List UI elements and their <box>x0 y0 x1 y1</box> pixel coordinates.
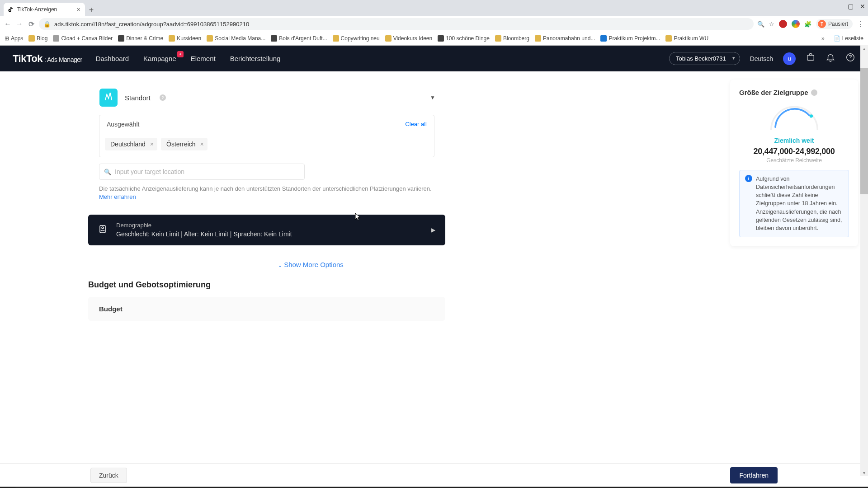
location-search-input[interactable] <box>115 168 300 175</box>
tiktok-favicon-icon <box>8 6 14 13</box>
tab-strip: TikTok-Anzeigen × + — ▢ ✕ <box>0 0 868 16</box>
continue-button[interactable]: Fortfahren <box>730 467 778 483</box>
logo-sub-text: Ads Manager <box>44 56 82 63</box>
user-avatar[interactable]: u <box>783 52 796 65</box>
help-icon[interactable] <box>845 52 855 65</box>
bookmark-item[interactable]: Social Media Mana... <box>207 35 265 42</box>
budget-section-heading: Budget und Gebotsoptimierung <box>88 280 730 290</box>
chip-remove-icon[interactable]: × <box>200 141 204 148</box>
extension-icon[interactable] <box>779 20 787 28</box>
sidebar-column: Größe der Zielgruppe Ziemlich weit 20,44… <box>730 71 868 463</box>
language-toggle[interactable]: Deutsch <box>750 55 773 62</box>
collapse-caret-icon[interactable]: ▼ <box>430 94 435 101</box>
nav-element[interactable]: Element <box>190 53 217 64</box>
back-icon[interactable]: ← <box>4 20 12 28</box>
bookmark-item[interactable]: Bloomberg <box>495 35 529 42</box>
nav-campaign[interactable]: Kampagne✦ <box>142 53 177 64</box>
bookmark-item[interactable]: Kursideen <box>169 35 201 42</box>
demographics-section[interactable]: Demographie Geschlecht: Kein Limit | Alt… <box>88 215 445 246</box>
location-search[interactable]: 🔍 <box>99 164 305 180</box>
bookmark-item[interactable]: Bois d'Argent Duft... <box>271 35 327 42</box>
scroll-thumb[interactable] <box>860 68 868 194</box>
info-tooltip-icon[interactable]: ? <box>160 94 166 101</box>
bookmark-item[interactable]: Blog <box>28 35 47 42</box>
tab-title: TikTok-Anzeigen <box>17 6 57 13</box>
browser-tab[interactable]: TikTok-Anzeigen × <box>4 3 85 16</box>
demographics-icon <box>97 224 108 236</box>
reading-list-button[interactable]: 📄Leseliste <box>834 35 863 42</box>
audience-info-text: Aufgrund von Datensicherheitsanforderung… <box>756 175 843 232</box>
location-hint-text: Die tatsächliche Anzeigenauslieferung ka… <box>99 184 434 193</box>
main-column: Standort ? ▼ Ausgewählt Clear all Deutsc… <box>0 71 730 463</box>
bookmark-item[interactable]: Panoramabahn und... <box>535 35 595 42</box>
chrome-menu-icon[interactable]: ⋮ <box>857 20 864 28</box>
scroll-down-arrow-icon[interactable]: ▾ <box>860 469 868 476</box>
search-icon: 🔍 <box>104 169 111 175</box>
notification-bell-icon[interactable] <box>826 52 835 65</box>
bookmark-item[interactable]: 100 schöne Dinge <box>438 35 490 42</box>
bookmark-item[interactable]: Praktikum WU <box>665 35 708 42</box>
bookmark-overflow-icon[interactable]: » <box>821 35 825 42</box>
audience-gauge <box>739 103 849 134</box>
info-tooltip-icon[interactable] <box>811 89 817 96</box>
window-controls: — ▢ ✕ <box>835 3 865 10</box>
selected-label: Ausgewählt <box>107 121 139 128</box>
location-section: Standort ? ▼ Ausgewählt Clear all Deutsc… <box>88 80 445 209</box>
account-dropdown[interactable]: Tobias Becker0731 <box>669 52 740 65</box>
nav-badge-icon: ✦ <box>177 51 184 57</box>
new-tab-button[interactable]: + <box>85 4 98 16</box>
svg-rect-0 <box>807 55 814 60</box>
budget-label: Budget <box>99 305 434 313</box>
minimize-icon[interactable]: — <box>835 3 841 10</box>
close-window-icon[interactable]: ✕ <box>860 3 865 10</box>
nav-dashboard[interactable]: Dashboard <box>95 53 130 64</box>
reload-icon[interactable]: ⟳ <box>27 20 35 28</box>
audience-size-title: Größe der Zielgruppe <box>739 89 808 96</box>
tab-close-icon[interactable]: × <box>77 6 80 13</box>
map-marker-icon <box>99 89 118 107</box>
address-bar[interactable]: 🔒 ads.tiktok.com/i18n/fast_creation/adgr… <box>39 18 754 30</box>
location-section-title: Standort <box>125 94 151 102</box>
profile-status: Pausiert <box>828 21 848 27</box>
extension-icon[interactable] <box>792 20 800 28</box>
extensions-menu-icon[interactable]: 🧩 <box>804 21 811 28</box>
apps-button[interactable]: ⊞Apps <box>5 35 23 42</box>
scroll-up-arrow-icon[interactable]: ▴ <box>860 45 868 52</box>
maximize-icon[interactable]: ▢ <box>848 3 854 10</box>
bookmark-item[interactable]: Cload + Canva Bilder <box>53 35 113 42</box>
show-more-options-link[interactable]: ⌄Show More Options <box>278 261 344 268</box>
demographics-title: Demographie <box>116 221 292 230</box>
clear-all-link[interactable]: Clear all <box>405 121 427 128</box>
forward-icon[interactable]: → <box>15 20 24 28</box>
url-bar-row: ← → ⟳ 🔒 ads.tiktok.com/i18n/fast_creatio… <box>0 16 868 32</box>
chip-remove-icon[interactable]: × <box>150 141 154 148</box>
url-actions: 🔍 ☆ 🧩 T Pausiert ⋮ <box>757 19 864 29</box>
audience-estimate: 20,447,000-24,992,000 <box>739 147 849 156</box>
gauge-level-label: Ziemlich weit <box>739 137 849 144</box>
location-section-header[interactable]: Standort ? ▼ <box>88 80 445 107</box>
profile-button[interactable]: T Pausiert <box>816 19 853 29</box>
zoom-icon[interactable]: 🔍 <box>757 21 764 28</box>
demographics-summary: Geschlecht: Kein Limit | Alter: Kein Lim… <box>116 230 292 239</box>
audience-size-card: Größe der Zielgruppe Ziemlich weit 20,44… <box>730 80 858 246</box>
bookmark-item[interactable]: Dinner & Crime <box>118 35 163 42</box>
bookmark-item[interactable]: Praktikum Projektm... <box>600 35 660 42</box>
svg-point-4 <box>809 114 812 117</box>
business-center-icon[interactable] <box>806 52 816 65</box>
nav-reporting[interactable]: Berichterstellung <box>229 53 282 64</box>
content-area: Standort ? ▼ Ausgewählt Clear all Deutsc… <box>0 71 868 463</box>
bookmark-item[interactable]: Videokurs Ideen <box>385 35 433 42</box>
bookmark-star-icon[interactable]: ☆ <box>769 21 774 28</box>
budget-card: Budget <box>88 297 445 321</box>
vertical-scrollbar[interactable]: ▴ ▾ <box>860 45 868 476</box>
logo-main-text: TikTok <box>13 53 42 65</box>
back-button[interactable]: Zurück <box>90 468 127 483</box>
learn-more-link[interactable]: Mehr erfahren <box>99 193 434 200</box>
bookmark-item[interactable]: Copywriting neu <box>333 35 380 42</box>
bookmarks-bar: ⊞Apps Blog Cload + Canva Bilder Dinner &… <box>0 32 868 45</box>
audience-estimate-sub: Geschätzte Reichweite <box>739 157 849 164</box>
footer-bar: Zurück Fortfahren <box>0 463 868 487</box>
expand-caret-icon: ▶ <box>431 227 435 233</box>
location-chip: Deutschland× <box>105 138 157 150</box>
tiktok-ads-logo[interactable]: TikTok Ads Manager <box>13 53 82 65</box>
